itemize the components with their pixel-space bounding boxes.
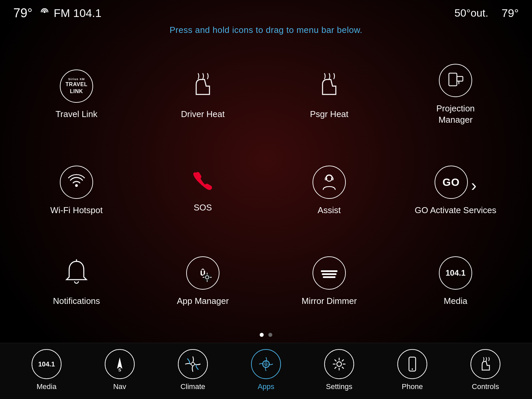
nav-label-phone: Phone <box>402 382 423 391</box>
app-item-projection-manager[interactable]: Projection Manager <box>392 44 519 146</box>
app-item-wifi-hotspot[interactable]: Wi-Fi Hotspot <box>13 146 140 236</box>
driver-heat-icon <box>186 69 219 103</box>
app-item-assist[interactable]: Assist <box>266 146 392 236</box>
page-dot-1 <box>260 333 264 337</box>
nav-label-apps: Apps <box>258 382 274 391</box>
main-container: 79° FM 104.1 50°out. 79° Press and hold … <box>0 0 532 399</box>
svg-point-22 <box>412 368 413 370</box>
nav-item-phone[interactable]: Phone <box>376 349 449 391</box>
go-activate-icon-row: GO › <box>435 166 477 205</box>
nav-climate-icon <box>178 349 208 379</box>
app-label-go-activate: GO Activate Services <box>415 205 496 216</box>
app-item-travel-link[interactable]: Sirius XM TRAVEL LINK Travel Link <box>13 44 140 146</box>
svg-marker-15 <box>117 357 122 369</box>
app-label-mirror-dimmer: Mirror Dimmer <box>302 296 357 307</box>
nav-label-climate: Climate <box>181 382 205 391</box>
app-item-driver-heat[interactable]: Driver Heat <box>140 44 266 146</box>
nav-media-icon: 104.1 <box>32 349 62 379</box>
app-label-psgr-heat: Psgr Heat <box>310 109 348 120</box>
radio-info: FM 104.1 <box>39 6 101 20</box>
nav-label-media: Media <box>37 382 57 391</box>
nav-item-nav[interactable]: S Nav <box>83 349 156 391</box>
app-label-sos: SOS <box>194 202 212 213</box>
app-label-projection-manager: Projection Manager <box>436 103 475 126</box>
status-bar: 79° FM 104.1 50°out. 79° <box>0 0 532 24</box>
bottom-nav: 104.1 Media S Nav <box>0 343 532 399</box>
app-label-app-manager: App Manager <box>177 296 229 307</box>
nav-item-climate[interactable]: Climate <box>156 349 229 391</box>
hint-bar: Press and hold icons to drag to menu bar… <box>0 24 532 41</box>
svg-rect-1 <box>449 73 457 86</box>
svg-point-4 <box>75 184 78 187</box>
nav-item-media[interactable]: 104.1 Media <box>10 349 83 391</box>
nav-apps-icon: û <box>251 349 281 379</box>
page-dot-2 <box>268 333 272 337</box>
nav-item-controls[interactable]: Controls <box>449 349 522 391</box>
page-dots <box>0 327 532 343</box>
wifi-hotspot-icon <box>60 166 93 199</box>
app-item-psgr-heat[interactable]: Psgr Heat <box>266 44 392 146</box>
app-label-media: Media <box>444 296 467 307</box>
temp-right: 79° <box>502 7 519 20</box>
hint-text: Press and hold icons to drag to menu bar… <box>170 25 362 35</box>
nav-settings-icon <box>324 349 354 379</box>
svg-point-20 <box>337 362 341 366</box>
radio-icon <box>39 6 50 20</box>
app-item-app-manager[interactable]: û App Manager <box>140 236 266 327</box>
status-right: 50°out. 79° <box>455 7 519 20</box>
projection-manager-icon <box>439 64 472 97</box>
app-manager-icon: û <box>186 256 219 290</box>
app-item-sos[interactable]: SOS <box>140 146 266 236</box>
travel-link-icon: Sirius XM TRAVEL LINK <box>60 69 93 103</box>
svg-point-17 <box>191 362 195 366</box>
nav-item-settings[interactable]: Settings <box>303 349 376 391</box>
svg-rect-13 <box>322 273 336 275</box>
app-item-media[interactable]: 104.1 Media <box>392 236 519 327</box>
svg-point-0 <box>44 11 46 13</box>
media-icon: 104.1 <box>439 256 472 290</box>
app-label-assist: Assist <box>318 205 340 216</box>
nav-label-controls: Controls <box>472 382 499 391</box>
go-circle: GO <box>435 166 468 199</box>
radio-label: FM 104.1 <box>54 7 101 20</box>
chevron-right-icon: › <box>471 177 477 194</box>
app-item-mirror-dimmer[interactable]: Mirror Dimmer <box>266 236 392 327</box>
psgr-heat-icon <box>313 69 346 103</box>
app-label-driver-heat: Driver Heat <box>181 109 224 120</box>
app-grid: Sirius XM TRAVEL LINK Travel Link Driver… <box>0 41 532 327</box>
svg-rect-2 <box>457 76 463 81</box>
temp-left: 79° <box>13 6 32 20</box>
nav-phone-icon <box>397 349 427 379</box>
nav-item-apps[interactable]: û Apps <box>229 349 303 391</box>
nav-nav-icon: S <box>105 349 135 379</box>
mirror-dimmer-icon <box>313 256 346 290</box>
notifications-icon <box>60 256 93 290</box>
svg-text:S: S <box>118 367 121 372</box>
app-label-travel-link: Travel Link <box>56 109 97 120</box>
app-label-wifi-hotspot: Wi-Fi Hotspot <box>50 205 102 216</box>
app-item-notifications[interactable]: Notifications <box>13 236 140 327</box>
assist-icon <box>313 166 346 199</box>
nav-label-nav: Nav <box>113 382 126 391</box>
svg-rect-12 <box>321 270 337 272</box>
temp-out: 50°out. <box>455 7 488 19</box>
nav-controls-icon <box>470 349 500 379</box>
svg-text:û: û <box>264 361 268 367</box>
nav-label-settings: Settings <box>326 382 352 391</box>
app-item-go-activate[interactable]: GO › GO Activate Services <box>392 146 519 236</box>
app-label-notifications: Notifications <box>53 296 100 307</box>
sos-phone-icon <box>191 169 214 196</box>
svg-rect-14 <box>323 276 335 278</box>
